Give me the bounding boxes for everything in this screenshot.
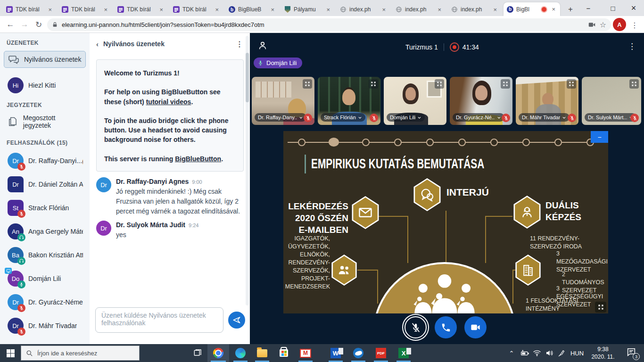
minimize-presentation-button[interactable]: − bbox=[591, 131, 608, 143]
webcam-gyuracz[interactable]: Dr. Gyurácz-Né... bbox=[450, 77, 512, 125]
taskbar-gmail[interactable]: M bbox=[295, 344, 316, 362]
bigbluebutton-link[interactable]: BigBlueButton bbox=[175, 155, 221, 163]
fullscreen-icon[interactable] bbox=[567, 79, 576, 89]
tab-tdk-2[interactable]: TDK bírál× bbox=[58, 3, 112, 16]
fullscreen-icon[interactable] bbox=[501, 79, 510, 89]
chevron-down-icon bbox=[299, 115, 303, 120]
wifi-icon[interactable] bbox=[531, 344, 543, 362]
chat-message-input[interactable] bbox=[95, 307, 223, 333]
webcam-name-pill[interactable]: Dr. Máhr Tivadar bbox=[519, 113, 570, 122]
forward-button[interactable]: → bbox=[18, 18, 31, 31]
taskbar-excel[interactable]: X bbox=[393, 344, 414, 362]
fullscreen-icon[interactable] bbox=[435, 79, 444, 89]
tab-close-icon[interactable]: × bbox=[436, 6, 443, 13]
taskbar-search[interactable]: Írjon ide a kereséshez bbox=[21, 346, 140, 361]
tab-close-icon[interactable]: × bbox=[214, 6, 220, 13]
pen-icon[interactable] bbox=[555, 344, 568, 362]
tab-close-icon[interactable]: × bbox=[492, 6, 498, 13]
mute-button[interactable] bbox=[405, 316, 427, 338]
chat-menu-icon[interactable]: ⋮ bbox=[236, 40, 243, 49]
webcam-share-button[interactable] bbox=[464, 316, 487, 338]
tab-close-icon[interactable]: × bbox=[269, 6, 276, 13]
notification-center-button[interactable]: 3 bbox=[626, 347, 638, 359]
talking-indicator[interactable]: Domján Lili bbox=[254, 58, 302, 68]
tab-close-icon[interactable]: × bbox=[102, 6, 109, 13]
webcam-mahr[interactable]: Dr. Máhr Tivadar bbox=[516, 77, 578, 125]
browser-tab-bar: TDK bírál× TDK bírál× TDK bírál× TDK bír… bbox=[0, 0, 644, 16]
tutorial-videos-link[interactable]: tutorial videos bbox=[146, 98, 191, 106]
user-row[interactable]: Dr Dr. Raffay-Danyi...(Én) bbox=[4, 151, 87, 171]
fullscreen-icon[interactable] bbox=[303, 79, 312, 89]
taskbar-clock[interactable]: 9:38 2020. 11. 25. bbox=[587, 346, 619, 362]
user-row[interactable]: An Anga Gergely Máté bbox=[4, 222, 87, 241]
webcam-sulyok[interactable]: Dr. Sulyok Márt... bbox=[582, 77, 641, 125]
window-close-button[interactable]: × bbox=[623, 0, 644, 16]
task-view-button[interactable] bbox=[188, 344, 207, 362]
chat-back-button[interactable]: ‹ bbox=[96, 40, 99, 48]
tab-tdk-3[interactable]: TDK bírál× bbox=[114, 3, 168, 16]
language-indicator[interactable]: HUN bbox=[568, 344, 586, 362]
tab-tdk-4[interactable]: TDK bírál× bbox=[170, 3, 223, 16]
reload-button[interactable]: ↻ bbox=[32, 18, 45, 31]
browser-profile-avatar[interactable]: A bbox=[613, 18, 626, 31]
user-row[interactable]: Ba Bakon Krisztián Attila bbox=[4, 245, 87, 265]
fullscreen-presentation-button[interactable] bbox=[595, 302, 606, 313]
taskbar-thunderbird[interactable] bbox=[348, 344, 369, 362]
camera-permission-icon[interactable] bbox=[588, 21, 596, 29]
fullscreen-icon[interactable] bbox=[629, 79, 639, 89]
tab-index-3[interactable]: index.ph× bbox=[448, 3, 502, 16]
webcam-name-pill[interactable]: Dr. Raffay-Dany... bbox=[255, 113, 306, 122]
tab-close-icon[interactable]: × bbox=[158, 6, 165, 13]
back-button[interactable]: ← bbox=[4, 18, 17, 31]
webcam-name-pill[interactable]: Strack Flórián bbox=[321, 113, 365, 122]
tab-tdk-1[interactable]: TDK bírál× bbox=[3, 3, 57, 16]
taskbar-explorer[interactable] bbox=[252, 344, 272, 362]
fullscreen-icon[interactable] bbox=[369, 79, 378, 89]
user-list-toggle-icon[interactable] bbox=[257, 41, 268, 51]
taskbar-chrome[interactable] bbox=[207, 344, 229, 362]
sidebar-item-public-chat[interactable]: Nyilvános üzenetek bbox=[4, 51, 86, 68]
notes-icon bbox=[8, 116, 18, 127]
url-bar[interactable]: elearning.uni-pannon.hu/html5client/join… bbox=[47, 18, 611, 31]
tab-close-icon[interactable]: × bbox=[47, 6, 53, 13]
sidebar-item-shared-notes[interactable]: Megosztott jegyzetek bbox=[4, 112, 86, 131]
tab-close-icon[interactable]: × bbox=[325, 6, 331, 13]
tab-close-icon[interactable]: × bbox=[550, 6, 557, 13]
chat-scrollbar-thumb[interactable] bbox=[246, 53, 249, 102]
bookmark-star-icon[interactable]: ☆ bbox=[600, 20, 606, 29]
window-restore-button[interactable]: □ bbox=[603, 0, 623, 16]
webcam-strack[interactable]: Strack Flórián bbox=[318, 77, 380, 125]
tab-bigbluebutton[interactable]: bBigBlueB× bbox=[225, 3, 279, 16]
user-row[interactable]: Dr Dr. Máhr Tivadar bbox=[4, 316, 87, 336]
battery-icon[interactable] bbox=[519, 344, 531, 362]
user-row[interactable]: Dr Dr. Dániel Zoltán An... bbox=[4, 174, 87, 194]
user-row[interactable]: St Strack Flórián bbox=[4, 198, 87, 218]
tab-index-2[interactable]: index.ph× bbox=[392, 3, 446, 16]
taskbar-store[interactable] bbox=[273, 344, 294, 362]
webcam-name-pill[interactable]: Dr. Sulyok Márt... bbox=[585, 113, 636, 122]
taskbar-word[interactable]: W bbox=[325, 344, 346, 362]
tab-index-1[interactable]: index.ph× bbox=[337, 3, 390, 16]
new-tab-button[interactable]: + bbox=[564, 3, 577, 16]
tab-close-icon[interactable]: × bbox=[380, 6, 387, 13]
tab-palyamu[interactable]: Pályamu× bbox=[281, 3, 335, 16]
webcam-domjan[interactable]: Domján Lili bbox=[384, 77, 446, 125]
webcam-name-pill[interactable]: Domján Lili bbox=[387, 113, 425, 122]
webcam-raffay[interactable]: Dr. Raffay-Dany... bbox=[252, 77, 314, 125]
browser-menu-icon[interactable]: ⋮ bbox=[631, 21, 638, 30]
send-message-button[interactable] bbox=[228, 312, 245, 329]
taskbar-pdf[interactable]: PDF bbox=[371, 344, 391, 362]
webcam-name-pill[interactable]: Dr. Gyurácz-Né... bbox=[453, 113, 504, 122]
volume-icon[interactable] bbox=[543, 344, 555, 362]
tab-bbb-active[interactable]: bBigBl× bbox=[504, 2, 560, 16]
tray-chevron[interactable]: ⌃ bbox=[505, 344, 518, 362]
user-row[interactable]: Dr Dr. Gyurácz-Német... bbox=[4, 292, 87, 312]
sidebar-item-private-chat[interactable]: Hi Hiezl Kitti bbox=[4, 75, 86, 95]
user-row[interactable]: Do Domján Lili bbox=[4, 269, 87, 288]
meeting-options-menu-icon[interactable]: ⋮ bbox=[628, 41, 636, 51]
recording-indicator[interactable]: 41:34 bbox=[450, 42, 479, 52]
start-button[interactable] bbox=[0, 344, 21, 362]
window-minimize-button[interactable]: − bbox=[578, 0, 599, 16]
taskbar-edge[interactable] bbox=[230, 344, 251, 362]
leave-audio-button[interactable] bbox=[435, 316, 457, 338]
